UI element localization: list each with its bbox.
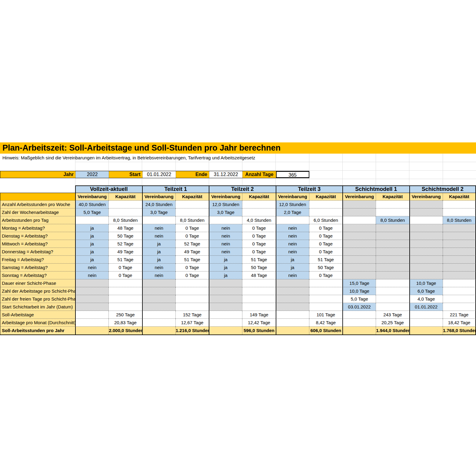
value-cell[interactable]: ja [142, 248, 175, 256]
value-cell[interactable]: 50 Tage [309, 264, 342, 271]
value-cell[interactable]: 2,0 Tage [276, 208, 309, 216]
value-cell[interactable] [209, 295, 242, 303]
value-cell[interactable]: 48 Tage [242, 271, 275, 279]
value-cell[interactable] [376, 208, 409, 216]
value-cell[interactable]: 3,0 Tage [142, 208, 175, 216]
value-cell[interactable]: 8,0 Stunden [175, 216, 209, 224]
value-cell[interactable] [342, 240, 376, 248]
value-cell[interactable] [142, 319, 175, 327]
value-cell[interactable] [309, 295, 342, 303]
value-cell[interactable]: 1.768,0 Stunden [443, 327, 476, 335]
value-cell[interactable]: 1.216,0 Stunden [175, 327, 209, 335]
value-cell[interactable]: nein [75, 264, 108, 271]
value-cell[interactable] [142, 287, 175, 295]
value-cell[interactable] [108, 201, 142, 208]
value-cell[interactable]: 101 Tage [309, 311, 342, 319]
value-cell[interactable] [75, 303, 108, 311]
value-cell[interactable]: 51 Tage [175, 256, 209, 264]
value-cell[interactable]: ja [75, 256, 108, 264]
value-cell[interactable] [142, 327, 175, 335]
value-cell[interactable] [276, 327, 309, 335]
value-cell[interactable] [342, 264, 376, 271]
value-cell[interactable]: ja [209, 264, 242, 271]
value-cell[interactable] [409, 319, 443, 327]
value-cell[interactable] [142, 303, 175, 311]
value-cell[interactable]: 8,0 Stunden [108, 216, 142, 224]
value-cell[interactable]: ja [75, 248, 108, 256]
value-cell[interactable] [443, 232, 476, 240]
value-cell[interactable]: 8,42 Tage [309, 319, 342, 327]
value-cell[interactable] [276, 319, 309, 327]
value-cell[interactable]: nein [142, 224, 175, 232]
value-cell[interactable] [376, 232, 409, 240]
value-cell[interactable]: 4,0 Tage [409, 295, 443, 303]
value-cell[interactable] [242, 279, 275, 287]
value-cell[interactable]: 12,0 Stunden [209, 201, 242, 208]
value-cell[interactable]: 0 Tage [309, 224, 342, 232]
value-cell[interactable] [342, 271, 376, 279]
value-cell[interactable]: 20,83 Tage [108, 319, 142, 327]
value-cell[interactable]: 0 Tage [175, 232, 209, 240]
value-cell[interactable] [242, 303, 275, 311]
value-cell[interactable]: 0 Tage [175, 264, 209, 271]
value-cell[interactable] [276, 303, 309, 311]
value-cell[interactable] [409, 240, 443, 248]
value-cell[interactable]: 0 Tage [175, 224, 209, 232]
value-cell[interactable]: ja [75, 232, 108, 240]
value-cell[interactable] [409, 311, 443, 319]
value-cell[interactable] [443, 271, 476, 279]
value-cell[interactable]: 0 Tage [242, 224, 275, 232]
value-cell[interactable]: 243 Tage [376, 311, 409, 319]
value-cell[interactable]: 596,0 Stunden [242, 327, 275, 335]
value-cell[interactable]: 12,42 Tage [242, 319, 275, 327]
value-cell[interactable] [75, 216, 108, 224]
value-cell[interactable] [75, 279, 108, 287]
value-cell[interactable]: 606,0 Stunden [309, 327, 342, 335]
value-cell[interactable] [376, 303, 409, 311]
value-cell[interactable] [376, 279, 409, 287]
anzahl-tage-value-cell[interactable]: 365 [276, 171, 309, 178]
value-cell[interactable] [376, 264, 409, 271]
value-cell[interactable]: ja [276, 256, 309, 264]
value-cell[interactable]: ja [75, 224, 108, 232]
value-cell[interactable]: 250 Tage [108, 311, 142, 319]
value-cell[interactable] [108, 287, 142, 295]
value-cell[interactable]: nein [276, 271, 309, 279]
ende-value-cell[interactable]: 31.12.2022 [209, 171, 242, 178]
value-cell[interactable]: 50 Tage [108, 232, 142, 240]
value-cell[interactable] [443, 248, 476, 256]
value-cell[interactable] [242, 208, 275, 216]
value-cell[interactable] [409, 224, 443, 232]
value-cell[interactable]: 20,25 Tage [376, 319, 409, 327]
value-cell[interactable]: 149 Tage [242, 311, 275, 319]
value-cell[interactable]: 4,0 Stunden [242, 216, 275, 224]
value-cell[interactable] [108, 303, 142, 311]
value-cell[interactable]: 49 Tage [175, 248, 209, 256]
value-cell[interactable] [342, 248, 376, 256]
value-cell[interactable]: 48 Tage [108, 224, 142, 232]
value-cell[interactable]: 40,0 Stunden [75, 201, 108, 208]
value-cell[interactable] [376, 271, 409, 279]
value-cell[interactable]: 18,42 Tage [443, 319, 476, 327]
value-cell[interactable]: 49 Tage [108, 248, 142, 256]
value-cell[interactable]: 24,0 Stunden [142, 201, 175, 208]
value-cell[interactable]: 152 Tage [175, 311, 209, 319]
value-cell[interactable] [376, 240, 409, 248]
value-cell[interactable] [409, 208, 443, 216]
value-cell[interactable]: 8,0 Stunden [376, 216, 409, 224]
value-cell[interactable] [75, 311, 108, 319]
value-cell[interactable] [443, 208, 476, 216]
value-cell[interactable] [443, 264, 476, 271]
value-cell[interactable]: nein [142, 271, 175, 279]
value-cell[interactable]: ja [209, 256, 242, 264]
value-cell[interactable] [409, 248, 443, 256]
value-cell[interactable]: 10,0 Tage [409, 279, 443, 287]
value-cell[interactable]: 0 Tage [242, 248, 275, 256]
value-cell[interactable] [409, 201, 443, 208]
value-cell[interactable]: 50 Tage [242, 264, 275, 271]
value-cell[interactable]: 03.01.2022 [342, 303, 376, 311]
value-cell[interactable]: nein [209, 232, 242, 240]
value-cell[interactable] [276, 311, 309, 319]
value-cell[interactable] [209, 303, 242, 311]
value-cell[interactable]: 0 Tage [309, 248, 342, 256]
